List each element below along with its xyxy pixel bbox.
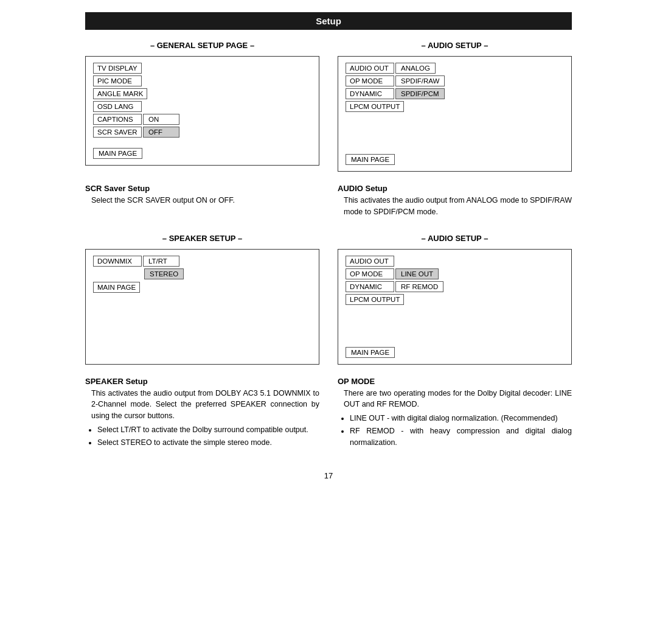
- speaker-setup-desc-title: SPEAKER Setup: [85, 377, 319, 386]
- audio2-main-page-btn[interactable]: MAIN PAGE: [346, 347, 395, 358]
- pic-mode-label: PIC MODE: [93, 75, 142, 86]
- speaker-main-page-item: MAIN PAGE: [93, 282, 311, 293]
- dynamic-item-2: DYNAMIC RF REMOD: [346, 281, 564, 292]
- downmix-value: LT/RT: [143, 256, 179, 267]
- op-mode-desc-text: There are two operating modes for the Do…: [338, 388, 572, 411]
- scr-saver-label: SCR SAVER: [93, 127, 142, 138]
- op-mode-item-1: OP MODE SPDIF/RAW: [346, 75, 564, 86]
- audio-setup-2-col: – AUDIO SETUP – AUDIO OUT OP MODE LINE O…: [338, 234, 572, 365]
- scr-saver-desc-title: SCR Saver Setup: [85, 184, 319, 193]
- captions-value: ON: [143, 114, 179, 125]
- op-mode-bullet-2: RF REMOD - with heavy compression and di…: [350, 425, 572, 449]
- lpcm-output-item-1: LPCM OUTPUT: [346, 101, 564, 112]
- stereo-value: STEREO: [144, 268, 184, 279]
- osd-lang-label: OSD LANG: [93, 101, 142, 112]
- audio-out-item: AUDIO OUT ANALOG: [346, 63, 564, 74]
- menu-item-captions: CAPTIONS ON: [93, 114, 311, 125]
- op-mode-bullet-list: LINE OUT - with digital dialog normaliza…: [338, 413, 572, 448]
- speaker-setup-desc: SPEAKER Setup This activates the audio o…: [85, 377, 319, 450]
- lpcm-output-label-2: LPCM OUTPUT: [346, 294, 404, 305]
- desc-row-2: SPEAKER Setup This activates the audio o…: [85, 377, 572, 453]
- menu-item-tv-display: TV DISPLAY: [93, 63, 311, 74]
- dynamic-item-1: DYNAMIC SPDIF/PCM: [346, 88, 564, 99]
- audio-setup-2-box: AUDIO OUT OP MODE LINE OUT DYNAMIC RF RE…: [338, 249, 572, 365]
- dynamic-label-2: DYNAMIC: [346, 281, 394, 292]
- speaker-bullet-1: Select LT/RT to activate the Dolby surro…: [97, 424, 319, 436]
- audio-setup-desc-1-text: This activates the audio output from ANA…: [338, 195, 572, 218]
- audio-setup-1-box: AUDIO OUT ANALOG OP MODE SPDIF/RAW DYNAM…: [338, 56, 572, 172]
- desc-row-1: SCR Saver Setup Select the SCR SAVER out…: [85, 184, 572, 222]
- speaker-bullet-list: Select LT/RT to activate the Dolby surro…: [85, 424, 319, 449]
- tv-display-label: TV DISPLAY: [93, 63, 142, 74]
- general-setup-box: TV DISPLAY PIC MODE ANGLE MARK OSD LANG …: [85, 56, 319, 166]
- lpcm-output-item-2: LPCM OUTPUT: [346, 294, 564, 305]
- audio-setup-2-title: – AUDIO SETUP –: [338, 234, 572, 243]
- general-main-page-btn[interactable]: MAIN PAGE: [93, 148, 142, 159]
- op-mode-label-2: OP MODE: [346, 268, 394, 279]
- op-mode-value-1: SPDIF/RAW: [395, 75, 445, 86]
- speaker-main-page-label[interactable]: MAIN PAGE: [93, 282, 140, 293]
- audio-setup-1-title: – AUDIO SETUP –: [338, 41, 572, 50]
- audio-out-label-2: AUDIO OUT: [346, 256, 394, 267]
- bottom-section: – SPEAKER SETUP – DOWNMIX LT/RT STEREO M…: [85, 234, 572, 365]
- menu-item-scr-saver: SCR SAVER OFF: [93, 127, 311, 138]
- dynamic-label-1: DYNAMIC: [346, 88, 394, 99]
- general-setup-col: – GENERAL SETUP PAGE – TV DISPLAY PIC MO…: [85, 41, 319, 172]
- speaker-setup-box: DOWNMIX LT/RT STEREO MAIN PAGE: [85, 249, 319, 365]
- speaker-setup-title: – SPEAKER SETUP –: [85, 234, 319, 243]
- speaker-bullet-2: Select STEREO to activate the simple ste…: [97, 437, 319, 449]
- op-mode-bullet-1: LINE OUT - with digital dialog normaliza…: [350, 413, 572, 424]
- angle-mark-label: ANGLE MARK: [93, 88, 147, 99]
- op-mode-desc: OP MODE There are two operating modes fo…: [338, 377, 572, 450]
- dynamic-value-2: RF REMOD: [395, 281, 443, 292]
- audio-out-value: ANALOG: [395, 63, 436, 74]
- stereo-item: STEREO: [143, 268, 311, 279]
- page-number: 17: [85, 471, 572, 480]
- op-mode-item-2: OP MODE LINE OUT: [346, 268, 564, 279]
- op-mode-desc-title: OP MODE: [338, 377, 572, 386]
- captions-label: CAPTIONS: [93, 114, 142, 125]
- menu-item-angle-mark: ANGLE MARK: [93, 88, 311, 99]
- speaker-setup-col: – SPEAKER SETUP – DOWNMIX LT/RT STEREO M…: [85, 234, 319, 365]
- lpcm-output-label-1: LPCM OUTPUT: [346, 101, 404, 112]
- dynamic-value-1: SPDIF/PCM: [395, 88, 445, 99]
- downmix-item: DOWNMIX LT/RT: [93, 256, 311, 267]
- audio-out-label: AUDIO OUT: [346, 63, 394, 74]
- audio-out-item-2: AUDIO OUT: [346, 256, 564, 267]
- op-mode-label-1: OP MODE: [346, 75, 394, 86]
- scr-saver-desc: SCR Saver Setup Select the SCR SAVER out…: [85, 184, 319, 218]
- top-section: – GENERAL SETUP PAGE – TV DISPLAY PIC MO…: [85, 41, 572, 172]
- scr-saver-value: OFF: [143, 127, 179, 138]
- audio-setup-1-col: – AUDIO SETUP – AUDIO OUT ANALOG OP MODE…: [338, 41, 572, 172]
- page-header: Setup: [85, 12, 572, 30]
- audio-setup-desc-1-title: AUDIO Setup: [338, 184, 572, 193]
- general-setup-title: – GENERAL SETUP PAGE –: [85, 41, 319, 50]
- menu-item-osd-lang: OSD LANG: [93, 101, 311, 112]
- menu-item-pic-mode: PIC MODE: [93, 75, 311, 86]
- audio-setup-desc-1: AUDIO Setup This activates the audio out…: [338, 184, 572, 218]
- audio1-main-page-btn[interactable]: MAIN PAGE: [346, 154, 395, 165]
- op-mode-value-2: LINE OUT: [395, 268, 439, 279]
- downmix-label: DOWNMIX: [93, 256, 142, 267]
- scr-saver-desc-text: Select the SCR SAVER output ON or OFF.: [85, 195, 319, 206]
- header-title: Setup: [316, 16, 341, 26]
- speaker-setup-desc-text: This activates the audio output from DOL…: [85, 388, 319, 422]
